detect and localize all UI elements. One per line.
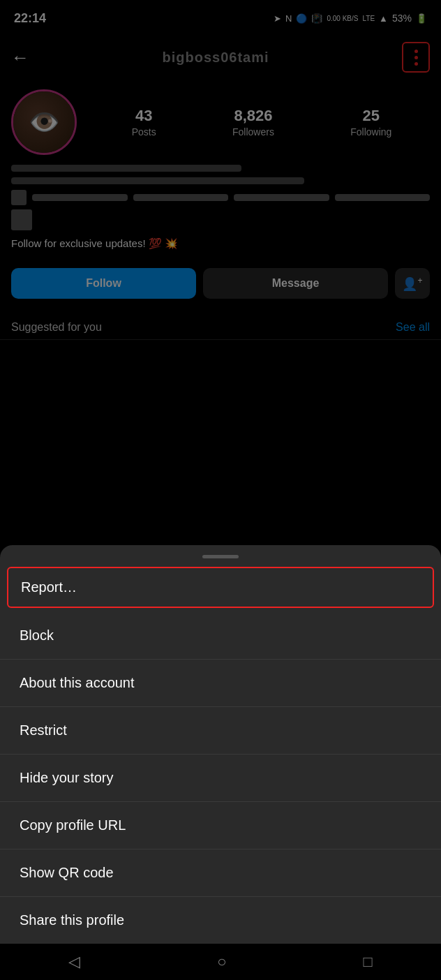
report-label: Report… [21, 579, 77, 595]
bottom-sheet: Report… Block About this account Restric… [0, 545, 441, 944]
block-item[interactable]: Block [0, 612, 441, 660]
block-label: Block [20, 628, 54, 643]
show-qr-code-label: Show QR code [20, 865, 114, 880]
hide-story-item[interactable]: Hide your story [0, 755, 441, 802]
report-item[interactable]: Report… [7, 567, 434, 608]
hide-story-label: Hide your story [20, 770, 114, 785]
restrict-item[interactable]: Restrict [0, 707, 441, 755]
share-profile-label: Share this profile [20, 912, 124, 928]
restrict-label: Restrict [20, 722, 67, 738]
about-account-item[interactable]: About this account [0, 660, 441, 707]
sheet-handle [202, 555, 239, 558]
share-profile-item[interactable]: Share this profile [0, 897, 441, 944]
about-account-label: About this account [20, 675, 135, 690]
show-qr-code-item[interactable]: Show QR code [0, 849, 441, 897]
copy-profile-url-item[interactable]: Copy profile URL [0, 802, 441, 849]
copy-profile-url-label: Copy profile URL [20, 817, 126, 833]
sheet-handle-row [0, 545, 441, 563]
